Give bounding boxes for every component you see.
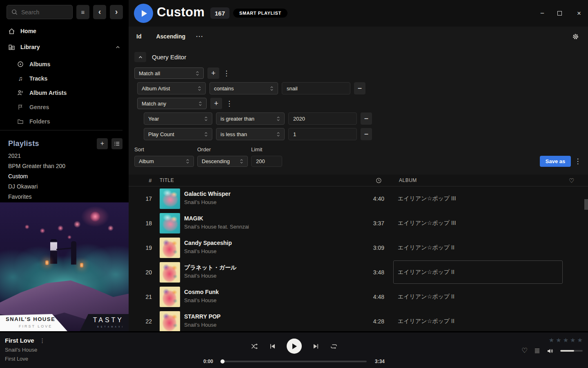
track-title[interactable]: Candy Spaceship (184, 240, 232, 246)
remove-rule-button[interactable]: − (361, 128, 372, 140)
now-playing-title[interactable]: First Love (5, 337, 34, 344)
track-artist[interactable]: Snail’s House (184, 199, 216, 205)
track-title[interactable]: Galactic Whisper (184, 191, 231, 197)
table-row[interactable]: 19 Candy Spaceship Snail’s House 3:09 エイ… (129, 236, 588, 260)
playlist-item[interactable]: Favorites (0, 192, 129, 202)
rating-stars[interactable]: ★ ★ ★ ★ ★ (521, 337, 583, 344)
remove-rule-button[interactable]: − (361, 112, 372, 125)
query-sort-select[interactable]: Album (134, 156, 194, 167)
seek-slider-thumb[interactable] (220, 359, 225, 364)
query-limit-input[interactable]: 200 (251, 156, 282, 167)
query-menu-button[interactable]: ⋮ (574, 156, 581, 167)
save-as-button[interactable]: Save as (540, 156, 571, 167)
rule-value-input[interactable]: 2020 (288, 112, 357, 125)
playlist-item[interactable]: BPM Greater than 200 (0, 161, 129, 171)
star-icon[interactable]: ★ (570, 337, 575, 344)
rule-field-select[interactable]: Play Count (144, 128, 212, 140)
star-icon[interactable]: ★ (556, 337, 561, 344)
rule-field-select[interactable]: Year (144, 112, 212, 125)
add-playlist-button[interactable]: + (97, 138, 108, 149)
track-album-cell[interactable]: エイリアン☆ポップ III (393, 211, 563, 235)
sort-direction-button[interactable]: Ascending (156, 33, 185, 40)
maximize-button[interactable] (557, 11, 564, 16)
now-playing-menu-button[interactable]: ⋮ (40, 337, 45, 344)
track-artist[interactable]: Snail’s House (184, 322, 216, 328)
previous-track-button[interactable] (270, 343, 276, 349)
volume-icon[interactable] (547, 348, 554, 354)
sidebar-item-library[interactable]: Library (0, 40, 129, 54)
track-album[interactable]: エイリアン☆ポップ III (398, 195, 456, 202)
table-row[interactable]: 17 Galactic Whisper Snail’s House 4:40 エ… (129, 186, 588, 211)
more-options-button[interactable]: ⋯ (196, 34, 204, 38)
track-title[interactable]: プラネット・ガール (184, 264, 236, 272)
sidebar-item-home[interactable]: Home (0, 25, 129, 38)
scrollbar-thumb[interactable] (584, 199, 588, 210)
sidebar-item-folders[interactable]: Folders (0, 114, 129, 128)
sidebar-item-album-artists[interactable]: Album Artists (0, 85, 129, 100)
match-type-select[interactable]: Match any (137, 98, 207, 109)
rule-value-input[interactable]: 1 (288, 128, 357, 140)
track-album[interactable]: エイリアン☆ポップ II (398, 244, 454, 251)
track-artist[interactable]: Snail’s House feat. Sennzai (184, 224, 249, 230)
chevron-up-icon[interactable] (115, 45, 120, 50)
rule-group-menu-button[interactable]: ⋮ (223, 69, 229, 78)
now-playing-album[interactable]: First Love (5, 356, 45, 362)
shuffle-button[interactable] (251, 343, 258, 350)
track-album[interactable]: エイリアン☆ポップ II (398, 293, 454, 301)
table-row[interactable]: 18 MAGIK Snail’s House feat. Sennzai 3:3… (129, 211, 588, 236)
star-icon[interactable]: ★ (563, 337, 568, 344)
favorite-button[interactable]: ♡ (521, 348, 528, 354)
remove-rule-button[interactable]: − (354, 82, 365, 94)
playlist-item[interactable]: DJ Okawari (0, 182, 129, 192)
match-type-select[interactable]: Match all (134, 67, 204, 79)
playlist-item[interactable]: 2021 (0, 151, 129, 161)
track-title[interactable]: STARRY POP (184, 313, 220, 320)
table-row[interactable]: 20 プラネット・ガール Snail’s House 3:48 エイリアン☆ポッ… (129, 260, 588, 285)
next-track-button[interactable] (313, 343, 319, 349)
title-column-header[interactable]: TITLE (160, 175, 174, 186)
rule-group-menu-button[interactable]: ⋮ (226, 99, 232, 108)
query-order-select[interactable]: Descending (197, 156, 248, 167)
favorite-column-header[interactable]: ♡ (569, 175, 575, 186)
track-artist[interactable]: Snail’s House (184, 297, 216, 303)
track-album-cell[interactable]: エイリアン☆ポップ II (393, 236, 563, 259)
add-rule-button[interactable]: + (210, 98, 222, 109)
star-icon[interactable]: ★ (577, 337, 583, 344)
table-row[interactable]: 21 Cosmo Funk Snail’s House 4:48 エイリアン☆ポ… (129, 285, 588, 309)
search-input[interactable]: Search (7, 5, 73, 19)
track-album-cell[interactable]: エイリアン☆ポップ II (393, 285, 563, 308)
album-column-header[interactable]: ALBUM (399, 175, 417, 186)
collapse-query-editor-button[interactable] (134, 52, 146, 62)
minimize-button[interactable]: − (539, 9, 546, 18)
index-column-header[interactable]: # (129, 175, 152, 186)
gear-icon[interactable] (572, 33, 579, 40)
close-button[interactable]: × (576, 9, 582, 18)
track-album-cell[interactable]: エイリアン☆ポップ III (393, 187, 563, 210)
sidebar-item-albums[interactable]: Albums (0, 57, 129, 71)
track-album-cell[interactable]: エイリアン☆ポップ II (393, 310, 563, 331)
add-rule-button[interactable]: + (207, 67, 219, 79)
rule-operator-select[interactable]: contains (209, 82, 278, 94)
nav-forward-button[interactable]: › (110, 5, 123, 19)
sidebar-item-tracks[interactable]: ♫ Tracks (0, 71, 129, 85)
track-album[interactable]: エイリアン☆ポップ II (398, 318, 454, 325)
track-artist[interactable]: Snail’s House (184, 273, 216, 279)
menu-button[interactable]: ≡ (76, 5, 89, 19)
rule-field-select[interactable]: Album Artist (137, 82, 206, 94)
track-album-cell[interactable]: エイリアン☆ポップ II (393, 260, 563, 284)
now-playing-cover-art[interactable]: SNAIL'S HOUSE FIRST LOVE TASTY B E T A M… (0, 202, 129, 331)
track-title[interactable]: Cosmo Funk (184, 289, 219, 295)
rule-operator-select[interactable]: is less than (216, 128, 285, 140)
track-title[interactable]: MAGIK (184, 215, 203, 222)
play-pause-button[interactable] (287, 339, 302, 354)
rule-operator-select[interactable]: is greater than (216, 112, 285, 125)
duration-column-header[interactable] (376, 177, 382, 184)
playlist-list-options-button[interactable] (111, 138, 122, 149)
star-icon[interactable]: ★ (549, 337, 554, 344)
track-artist[interactable]: Snail’s House (184, 248, 216, 254)
play-playlist-button[interactable] (134, 4, 153, 23)
playlist-item[interactable]: Custom (0, 171, 129, 182)
queue-button[interactable] (534, 348, 540, 354)
nav-back-button[interactable]: ‹ (93, 5, 106, 19)
sidebar-item-genres[interactable]: Genres (0, 100, 129, 114)
